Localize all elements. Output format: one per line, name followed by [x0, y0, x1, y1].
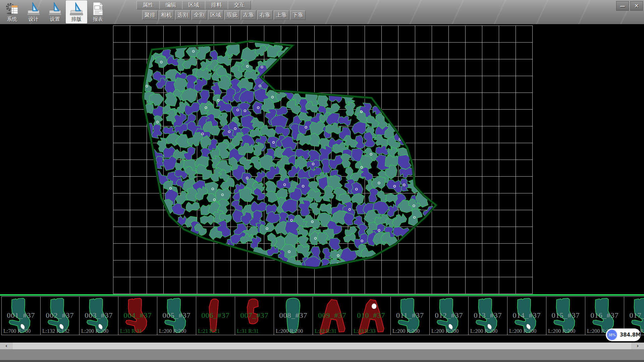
- app-button-design[interactable]: 设计: [23, 0, 44, 23]
- app-button-layout[interactable]: 排版: [66, 0, 87, 23]
- progress-percent: 38%: [608, 333, 615, 337]
- piece-id-label: 015_#37: [546, 311, 585, 320]
- piece-lr-label: L:21 R:21: [198, 328, 220, 334]
- thumbnail-cell[interactable]: 015_#37L:200 R:200: [546, 296, 585, 335]
- thumbnail-cell[interactable]: 001_#37L:700 R:700: [1, 296, 41, 335]
- ruler-icon: [69, 1, 84, 16]
- scroll-left-button[interactable]: ‹: [0, 343, 13, 349]
- menu-properties[interactable]: 属性: [137, 1, 160, 9]
- piece-id-label: 014_#37: [507, 311, 546, 320]
- tool-bar: 聚排相机选割全割区域瑕疵左靠右靠上靠下靠: [142, 10, 306, 20]
- thumbnail-cell[interactable]: 014_#37L:200 R:200: [507, 296, 546, 335]
- menu-edit[interactable]: 编辑: [159, 1, 182, 9]
- piece-lr-label: L:200 R:200: [276, 328, 303, 334]
- strip-accent-line: [0, 294, 644, 296]
- piece-id-label: 004_#37: [118, 311, 157, 320]
- menu-bar: 属性编辑区域排料交互: [137, 1, 251, 9]
- thumbnail-cell[interactable]: 009_#37L:32 R:31: [313, 296, 352, 335]
- piece-id-label: 002_#37: [41, 311, 79, 320]
- menu-region[interactable]: 区域: [182, 1, 205, 9]
- tool-cluster-nest[interactable]: 聚排: [142, 10, 158, 20]
- gear-icon: [5, 1, 19, 16]
- progress-circle: 38%: [607, 329, 617, 340]
- ruler-icon: [26, 1, 41, 16]
- thumbnail-cell[interactable]: 004_#37L:31 R:31: [118, 296, 157, 335]
- tool-defect[interactable]: 瑕疵: [224, 10, 240, 20]
- app-toolbar: 系统 设计 设置 排版 报表: [1, 0, 109, 23]
- piece-lr-label: L:33 R:33: [354, 328, 375, 334]
- thumbnail-cell[interactable]: 005_#37L:200 R:200: [157, 296, 196, 335]
- bottom-panel: [0, 349, 644, 362]
- nesting-workspace[interactable]: [0, 24, 644, 294]
- thumbnail-cell[interactable]: 007_#37L:31 R:31: [235, 296, 274, 335]
- piece-id-label: 017_#37: [624, 311, 644, 320]
- thumbnail-cell[interactable]: 002_#37L:132 R:132: [40, 296, 79, 335]
- piece-id-label: 013_#37: [469, 311, 507, 320]
- tool-region[interactable]: 区域: [208, 10, 223, 20]
- tool-select-cut[interactable]: 选割: [175, 10, 191, 20]
- thumbnail-cell[interactable]: 006_#37L:21 R:21: [196, 296, 235, 335]
- tool-snap-bottom[interactable]: 下靠: [290, 10, 306, 20]
- app-label: 排版: [71, 16, 82, 22]
- thumbnail-cell[interactable]: 012_#37L:200 R:200: [429, 296, 469, 335]
- thumbnail-cell[interactable]: 003_#37L:200 R:200: [79, 296, 118, 335]
- download-progress-pill[interactable]: 38% 384.8M: [606, 328, 641, 341]
- tool-camera[interactable]: 相机: [159, 10, 174, 20]
- ruler-icon: [48, 1, 62, 16]
- piece-lr-label: L:132 R:132: [42, 328, 69, 334]
- piece-lr-label: L:200 R:200: [509, 328, 536, 334]
- tool-snap-top[interactable]: 上靠: [274, 10, 289, 20]
- piece-thumbnails: 001_#37L:700 R:700002_#37L:132 R:132003_…: [1, 296, 644, 336]
- app-label: 设置: [50, 16, 60, 22]
- piece-id-label: 016_#37: [585, 311, 624, 320]
- piece-id-label: 006_#37: [196, 311, 235, 320]
- nest-layout-svg: [0, 24, 644, 294]
- toolbar: 系统 设计 设置 排版 报表 属性编辑区域排料交互 聚排相机选割全割区域瑕疵左靠…: [0, 0, 644, 24]
- piece-lr-label: L:200 R:200: [431, 328, 459, 334]
- piece-id-label: 012_#37: [430, 311, 468, 320]
- piece-id-label: 009_#37: [313, 311, 352, 320]
- piece-id-label: 003_#37: [79, 311, 118, 320]
- menu-nesting[interactable]: 排料: [205, 1, 228, 9]
- piece-id-label: 010_#37: [352, 311, 390, 320]
- tool-cut-all[interactable]: 全割: [192, 10, 207, 20]
- window-controls: — ✕: [616, 1, 643, 11]
- piece-id-label: 008_#37: [274, 311, 313, 320]
- tool-snap-left[interactable]: 左靠: [241, 10, 256, 20]
- thumbnail-cell[interactable]: 008_#37L:200 R:200: [274, 296, 313, 335]
- minimize-button[interactable]: —: [616, 1, 629, 11]
- thumbnail-cell[interactable]: 013_#37L:200 R:200: [468, 296, 507, 335]
- piece-hole: [372, 303, 377, 309]
- scroll-right-button[interactable]: ›: [631, 343, 644, 349]
- menu-interact[interactable]: 交互: [228, 1, 251, 9]
- tool-snap-right[interactable]: 右靠: [257, 10, 273, 20]
- app-label: 设计: [29, 16, 39, 22]
- piece-lr-label: L:200 R:200: [470, 328, 497, 334]
- thumbnail-cell[interactable]: 011_#37L:200 R:200: [390, 296, 430, 335]
- report-icon: [91, 1, 105, 16]
- app-button-report[interactable]: 报表: [87, 0, 109, 23]
- piece-lr-label: L:200 R:200: [548, 328, 575, 334]
- app-button-system[interactable]: 系统: [1, 0, 23, 23]
- piece-id-label: 011_#37: [391, 311, 429, 320]
- horizontal-scrollbar[interactable]: ‹ ›: [0, 343, 644, 349]
- pieces-strip: 001_#37L:700 R:700002_#37L:132 R:132003_…: [0, 294, 644, 343]
- piece-id-label: 005_#37: [157, 311, 196, 320]
- app-label: 报表: [93, 16, 103, 22]
- piece-lr-label: L:200 R:200: [392, 328, 420, 334]
- close-button[interactable]: ✕: [630, 1, 643, 11]
- piece-lr-label: L:200 R:200: [81, 328, 108, 334]
- app-label: 系统: [7, 16, 17, 22]
- piece-id-label: 001_#37: [2, 311, 40, 320]
- piece-lr-label: L:700 R:700: [3, 328, 31, 334]
- download-size: 384.8M: [620, 332, 641, 338]
- piece-lr-label: L:31 R:31: [120, 328, 142, 334]
- piece-lr-label: L:31 R:31: [237, 328, 259, 334]
- piece-id-label: 007_#37: [235, 311, 274, 320]
- piece-lr-label: L:200 R:200: [159, 328, 186, 334]
- thumbnail-cell[interactable]: 010_#37L:33 R:33: [352, 296, 391, 335]
- app-button-settings[interactable]: 设置: [44, 0, 66, 23]
- piece-lr-label: L:32 R:31: [315, 328, 336, 334]
